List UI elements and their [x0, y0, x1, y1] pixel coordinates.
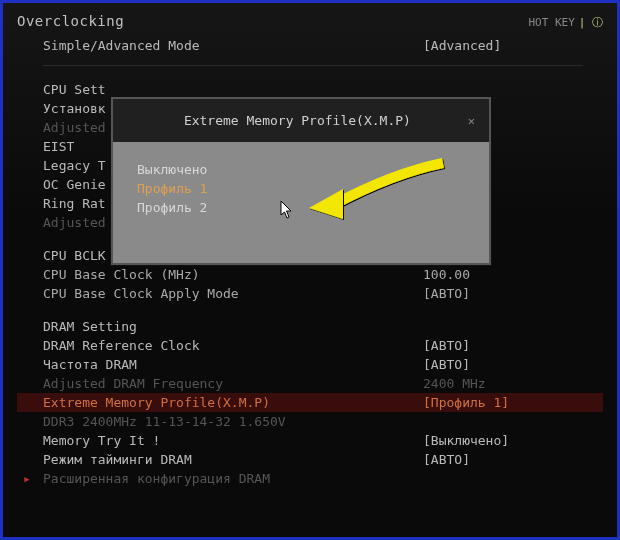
xmp-option[interactable]: Профиль 2 — [137, 198, 465, 217]
dram-setting-value[interactable]: [АВТО] — [423, 356, 603, 373]
dram-setting-row[interactable]: Режим тайминги DRAM[АВТО] — [17, 450, 603, 469]
cpu-setting-label: Legacy T — [43, 157, 106, 174]
dram-setting-row[interactable]: DDR3 2400MHz 11-13-14-32 1.650V — [17, 412, 603, 431]
dram-setting-label: Режим тайминги DRAM — [43, 451, 192, 468]
xmp-option[interactable]: Профиль 1 — [137, 179, 465, 198]
dram-setting-label: Adjusted DRAM Frequency — [43, 375, 223, 392]
xmp-popup: Extreme Memory Profile(X.M.P) ✕ Выключен… — [111, 97, 491, 265]
dram-setting-value[interactable] — [423, 413, 603, 430]
dram-setting-label: DDR3 2400MHz 11-13-14-32 1.650V — [43, 413, 286, 430]
popup-title: Extreme Memory Profile(X.M.P) — [127, 113, 468, 128]
bclk-setting-value[interactable]: [АВТО] — [423, 285, 603, 302]
dram-setting-value[interactable]: [АВТО] — [423, 451, 603, 468]
bclk-setting-row[interactable]: CPU Base Clock Apply Mode[АВТО] — [17, 284, 603, 303]
mode-value[interactable]: [Advanced] — [423, 37, 603, 54]
bclk-setting-row[interactable]: CPU Base Clock (MHz)100.00 — [17, 265, 603, 284]
close-icon[interactable]: ✕ — [468, 114, 475, 128]
dram-setting-row[interactable]: Memory Try It ![Выключено] — [17, 431, 603, 450]
dram-setting-label: Extreme Memory Profile(X.M.P) — [43, 394, 270, 411]
page-title: Overclocking — [17, 13, 124, 29]
cpu-setting-label: Adjusted — [43, 214, 106, 231]
dram-setting-row[interactable]: Расширенная конфигурация DRAM — [17, 469, 603, 488]
cpu-setting-label: Установк — [43, 100, 106, 117]
dram-setting-value[interactable]: [АВТО] — [423, 337, 603, 354]
hotkey-hint: HOT KEY| ⓘ — [528, 15, 603, 30]
dram-setting-label: Частота DRAM — [43, 356, 137, 373]
cpu-setting-label: EIST — [43, 138, 74, 155]
dram-setting-label: Memory Try It ! — [43, 432, 160, 449]
mode-label: Simple/Advanced Mode — [43, 37, 200, 54]
dram-setting-header: DRAM Setting — [17, 317, 603, 336]
dram-setting-value[interactable]: 2400 MHz — [423, 375, 603, 392]
dram-setting-row[interactable]: Частота DRAM[АВТО] — [17, 355, 603, 374]
dram-setting-value[interactable]: [Профиль 1] — [423, 394, 603, 411]
dram-setting-value[interactable]: [Выключено] — [423, 432, 603, 449]
cpu-setting-label: Adjusted — [43, 119, 106, 136]
bclk-setting-label: CPU Base Clock Apply Mode — [43, 285, 239, 302]
dram-setting-value[interactable] — [423, 470, 603, 487]
cpu-setting-label: OC Genie — [43, 176, 106, 193]
dram-setting-label: DRAM Reference Clock — [43, 337, 200, 354]
bclk-setting-value[interactable]: 100.00 — [423, 266, 603, 283]
dram-setting-row[interactable]: Extreme Memory Profile(X.M.P)[Профиль 1] — [17, 393, 603, 412]
cpu-setting-label: Ring Rat — [43, 195, 106, 212]
dram-setting-row[interactable]: Adjusted DRAM Frequency2400 MHz — [17, 374, 603, 393]
dram-setting-label: Расширенная конфигурация DRAM — [43, 470, 270, 487]
dram-setting-row[interactable]: DRAM Reference Clock[АВТО] — [17, 336, 603, 355]
xmp-option[interactable]: Выключено — [137, 160, 465, 179]
bclk-setting-label: CPU Base Clock (MHz) — [43, 266, 200, 283]
